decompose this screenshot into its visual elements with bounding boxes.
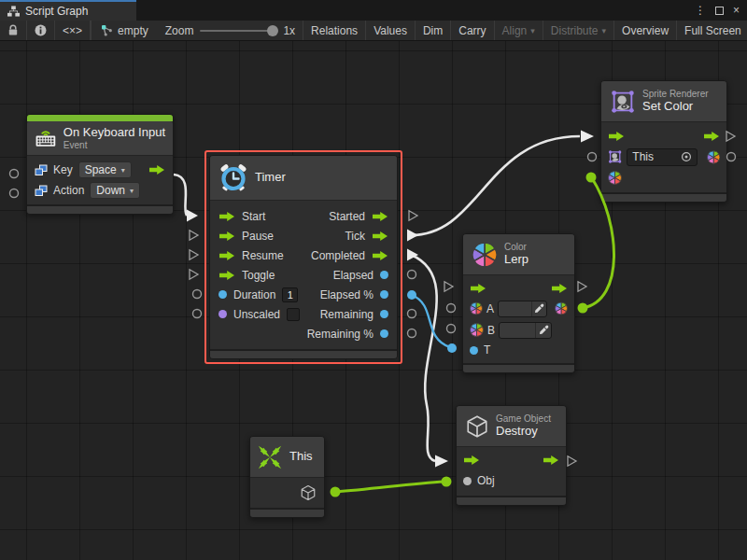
this-icon <box>257 444 283 470</box>
value-output-port[interactable] <box>380 271 388 279</box>
obj-label: Obj <box>477 474 495 487</box>
eyedropper-icon[interactable] <box>535 322 551 339</box>
b-label: B <box>487 324 495 337</box>
node-destroy[interactable]: Game Object Destroy Obj <box>456 405 567 506</box>
flow-output-arrow-icon[interactable] <box>372 250 388 261</box>
timer-input-label: Start <box>242 210 265 223</box>
action-dropdown[interactable]: Down▾ <box>90 182 140 199</box>
node-timer[interactable]: Timer Start Started Pause Tick Resume Co… <box>209 155 398 359</box>
flow-input-arrow-icon[interactable] <box>218 231 235 242</box>
flow-input-arrow-icon[interactable] <box>608 131 625 142</box>
flow-output-arrow-icon[interactable] <box>543 455 559 466</box>
node-title: On Keyboard Input <box>63 126 165 140</box>
value-output-port[interactable] <box>380 290 388 299</box>
node-footer <box>601 192 726 202</box>
input-port-icon <box>35 185 48 197</box>
flow-output-arrow-icon[interactable] <box>148 164 165 175</box>
node-title: Timer <box>255 171 286 185</box>
value-output-port[interactable] <box>380 310 388 318</box>
value-input-port[interactable] <box>463 477 472 485</box>
t-label: T <box>484 343 490 357</box>
flow-input-arrow-icon[interactable] <box>463 455 480 466</box>
code-view-button[interactable]: <×> <box>55 21 91 40</box>
zoom-control: Zoom 1x <box>158 21 303 40</box>
chevron-down-icon: ▾ <box>602 26 607 35</box>
graph-reference-label: empty <box>118 24 148 37</box>
chevron-down-icon: ▾ <box>121 166 125 175</box>
color-output-icon[interactable] <box>555 301 568 315</box>
align-button[interactable]: Align▾ <box>494 21 543 40</box>
timer-input-label: Toggle <box>242 269 275 282</box>
key-dropdown[interactable]: Space▾ <box>78 161 132 178</box>
game-object-output-icon[interactable] <box>300 484 317 501</box>
color-type-icon <box>470 301 483 315</box>
fullscreen-button[interactable]: Full Screen <box>676 21 747 40</box>
flow-input-arrow-icon[interactable] <box>470 283 486 294</box>
graph-node-icon <box>101 24 113 36</box>
inspect-button[interactable] <box>27 21 55 40</box>
node-set-color[interactable]: Sprite Renderer Set Color This <box>600 80 727 203</box>
node-color-lerp[interactable]: Color Lerp A B <box>462 233 575 373</box>
flow-output-arrow-icon[interactable] <box>372 231 388 242</box>
tab-label: Script Graph <box>25 5 88 18</box>
script-graph-window: Script Graph ⋮ × <×> empty Zoom 1x Rel <box>0 0 747 560</box>
timer-output-label: Elapsed <box>333 269 374 282</box>
graph-icon <box>7 6 20 17</box>
flow-input-arrow-icon[interactable] <box>218 211 235 222</box>
relations-button[interactable]: Relations <box>303 21 365 40</box>
value-output-port[interactable] <box>380 329 388 338</box>
value-input-port[interactable] <box>470 346 478 355</box>
node-this[interactable]: This <box>249 436 325 518</box>
zoom-slider-handle[interactable] <box>267 25 278 36</box>
color-type-icon <box>470 323 484 337</box>
node-subtitle: Event <box>63 140 165 151</box>
timer-input-label: Unscaled <box>233 308 280 321</box>
timer-output-label: Elapsed % <box>320 288 374 301</box>
timer-input-label: Resume <box>242 249 284 262</box>
carry-button[interactable]: Carry <box>450 21 493 40</box>
a-label: A <box>486 302 494 315</box>
action-label: Action <box>53 184 84 197</box>
unscaled-checkbox[interactable] <box>287 308 300 321</box>
color-a-field[interactable] <box>498 301 547 317</box>
value-input-port[interactable] <box>218 310 227 318</box>
timer-output-label: Remaining % <box>307 328 374 341</box>
dim-button[interactable]: Dim <box>415 21 450 40</box>
lock-button[interactable] <box>0 21 27 40</box>
zoom-slider[interactable] <box>200 30 276 32</box>
flow-output-arrow-icon[interactable] <box>551 283 568 294</box>
sprite-renderer-type-icon <box>608 149 622 164</box>
object-picker-icon[interactable] <box>681 151 692 162</box>
tab-script-graph[interactable]: Script Graph <box>0 0 136 21</box>
node-title: Lerp <box>504 253 529 267</box>
color-input-icon[interactable] <box>608 171 622 185</box>
flow-input-arrow-icon[interactable] <box>218 270 235 281</box>
close-icon[interactable]: × <box>733 5 740 16</box>
window-controls: ⋮ × <box>695 0 747 21</box>
code-view-icon: <×> <box>63 24 82 37</box>
keyboard-icon <box>35 126 57 150</box>
flow-output-arrow-icon[interactable] <box>703 131 720 142</box>
target-field[interactable]: This <box>627 148 697 166</box>
color-output-icon[interactable] <box>707 150 720 164</box>
game-object-cube-icon <box>465 414 489 439</box>
value-input-port[interactable] <box>218 290 227 299</box>
chevron-down-icon: ▾ <box>530 26 535 35</box>
maximize-icon[interactable] <box>715 7 724 15</box>
timer-output-label: Remaining <box>320 308 374 321</box>
values-button[interactable]: Values <box>365 21 415 40</box>
node-title: Destroy <box>496 425 551 439</box>
graph-reference[interactable]: empty <box>92 21 158 40</box>
eyedropper-icon[interactable] <box>531 301 546 317</box>
window-menu-icon[interactable]: ⋮ <box>695 5 706 16</box>
color-b-field[interactable] <box>499 322 552 339</box>
distribute-button[interactable]: Distribute▾ <box>543 21 613 40</box>
overview-button[interactable]: Overview <box>613 21 676 40</box>
duration-field[interactable]: 1 <box>282 287 298 302</box>
node-on-keyboard-input[interactable]: On Keyboard Input Event Key Space▾ Actio… <box>26 114 174 215</box>
timer-output-label: Tick <box>345 230 365 243</box>
flow-input-arrow-icon[interactable] <box>218 250 235 261</box>
flow-output-arrow-icon[interactable] <box>372 211 388 222</box>
input-port-icon <box>35 164 48 176</box>
timer-output-label: Started <box>329 210 365 223</box>
